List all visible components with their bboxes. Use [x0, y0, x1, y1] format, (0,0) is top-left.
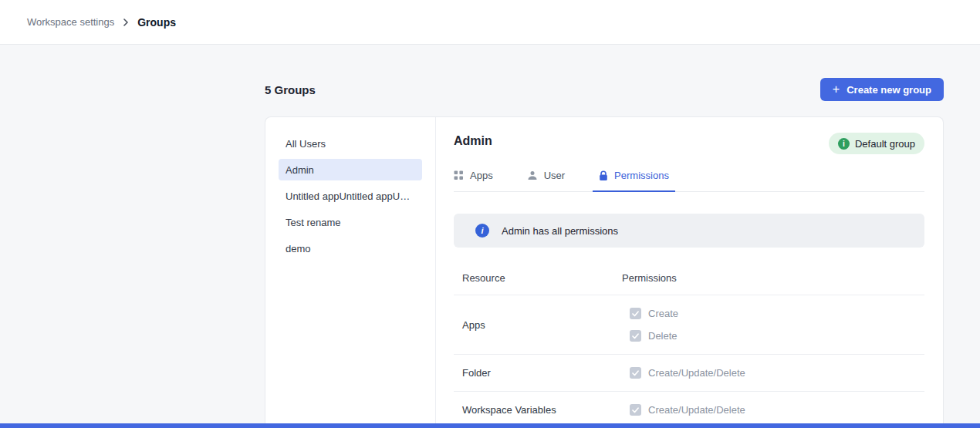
column-header-permissions: Permissions — [622, 272, 924, 284]
permission-checkbox-folder-cud: Create/Update/Delete — [630, 367, 924, 379]
permission-label: Delete — [648, 330, 678, 342]
checkbox-checked-icon — [630, 308, 641, 319]
badge-label: Default group — [855, 138, 915, 150]
group-title: Admin — [454, 133, 492, 150]
top-bar: Workspace settings Groups — [0, 0, 980, 45]
banner-text: Admin has all permissions — [502, 225, 618, 237]
info-circle-icon: i — [838, 138, 850, 150]
breadcrumb-current-groups: Groups — [137, 16, 176, 29]
main-content: 5 Groups + Create new group All Users Ad… — [265, 78, 944, 428]
detail-tabs: Apps User — [454, 170, 924, 192]
resource-cell: Apps — [462, 319, 622, 331]
tab-label: Permissions — [614, 170, 669, 181]
create-button-label: Create new group — [847, 84, 931, 96]
group-item-demo[interactable]: demo — [279, 238, 422, 259]
table-row: Folder Create/Update/Delete — [454, 355, 924, 392]
permission-label: Create — [648, 308, 678, 319]
grid-icon — [454, 170, 464, 180]
permission-label: Create/Update/Delete — [648, 367, 745, 379]
plus-icon: + — [833, 83, 840, 96]
groups-count-label: 5 Groups — [265, 83, 316, 96]
chevron-right-icon — [122, 19, 130, 26]
checkbox-checked-icon — [630, 330, 641, 342]
permissions-table: Resource Permissions Apps Create — [454, 265, 924, 428]
permission-checkbox-workspace-variables-cud: Create/Update/Delete — [630, 404, 924, 416]
resource-cell: Workspace Variables — [462, 404, 622, 416]
group-item-admin[interactable]: Admin — [279, 159, 422, 180]
user-icon — [527, 170, 538, 180]
page: Workspace settings Groups 5 Groups + Cre… — [0, 0, 980, 428]
detail-header: Admin i Default group — [454, 133, 924, 154]
tab-apps[interactable]: Apps — [454, 170, 493, 191]
default-group-badge: i Default group — [829, 133, 924, 154]
create-new-group-button[interactable]: + Create new group — [820, 78, 944, 101]
permission-checkbox-delete: Delete — [630, 330, 924, 342]
table-row: Workspace Variables Create/Update/Delete — [454, 392, 924, 428]
group-item-all-users[interactable]: All Users — [279, 133, 422, 154]
group-item-label: Test rename — [286, 217, 341, 228]
permissions-cell: Create Delete — [622, 308, 924, 342]
tab-label: Apps — [470, 170, 493, 181]
permissions-cell: Create/Update/Delete — [622, 404, 924, 416]
group-item-label: All Users — [286, 138, 326, 150]
tab-permissions[interactable]: Permissions — [599, 170, 669, 191]
group-detail-panel: Admin i Default group — [436, 117, 943, 428]
resource-cell: Folder — [462, 367, 622, 379]
group-item-test-rename[interactable]: Test rename — [279, 211, 422, 233]
bottom-accent-bar — [0, 423, 980, 428]
checkbox-checked-icon — [630, 404, 641, 416]
group-item-label: demo — [286, 243, 311, 254]
tab-label: User — [544, 170, 565, 181]
permission-label: Create/Update/Delete — [648, 404, 745, 416]
group-item-untitled-app[interactable]: Untitled appUntitled appUntitle… — [279, 185, 422, 207]
lock-icon — [599, 170, 608, 181]
group-list: All Users Admin Untitled appUntitled app… — [265, 117, 436, 428]
permissions-cell: Create/Update/Delete — [622, 367, 924, 379]
info-circle-icon: i — [475, 224, 489, 238]
permissions-info-banner: i Admin has all permissions — [454, 214, 924, 248]
tab-user[interactable]: User — [527, 170, 565, 191]
table-header-row: Resource Permissions — [454, 265, 924, 295]
permission-checkbox-create: Create — [630, 308, 924, 319]
group-item-label: Admin — [286, 164, 314, 176]
checkbox-checked-icon — [630, 367, 641, 379]
group-item-label: Untitled appUntitled appUntitle… — [286, 190, 415, 202]
table-row: Apps Create — [454, 295, 924, 355]
column-header-resource: Resource — [462, 272, 622, 284]
breadcrumb-workspace-settings[interactable]: Workspace settings — [27, 16, 114, 28]
content-header: 5 Groups + Create new group — [265, 78, 944, 101]
groups-card: All Users Admin Untitled appUntitled app… — [265, 116, 944, 428]
